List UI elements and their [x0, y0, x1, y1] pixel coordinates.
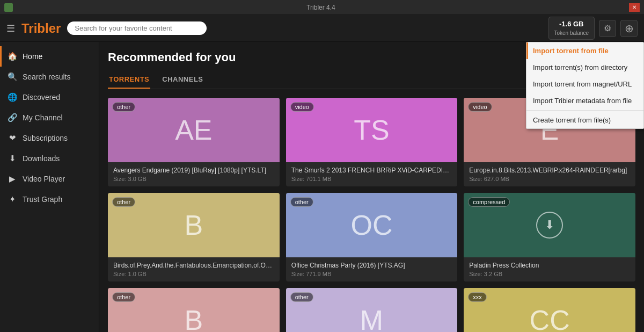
dropdown-item-import-metadata[interactable]: Import Tribler metadata from file	[526, 92, 643, 109]
card-size: Size: 1.0 GB	[113, 271, 274, 277]
content-grid: other AE Avengers Endgame (2019) [BluRay…	[108, 98, 635, 332]
sidebar-label-mychannel: My Channel	[23, 113, 63, 122]
sidebar-item-videoplayer[interactable]: ▶Video Player	[0, 169, 99, 189]
card-thumbnail: other OC	[286, 193, 458, 257]
card-size: Size: 701.1 MB	[291, 176, 452, 182]
tab-channels[interactable]: CHANNELS	[161, 72, 204, 89]
card-title: Avengers Endgame (2019) [BluRay] [1080p]…	[113, 167, 274, 174]
content-card-card-1[interactable]: other AE Avengers Endgame (2019) [BluRay…	[108, 98, 280, 186]
content-card-card-7[interactable]: other B Bloodshot (2020) [1080p] [BluRay…	[108, 288, 280, 332]
content-card-card-5[interactable]: other OC Office Christmas Party (2016) […	[286, 193, 458, 282]
card-size: Size: 771.9 MB	[291, 271, 452, 277]
card-body: Birds.of.Prey.And.the.Fantabulous.Emanci…	[108, 257, 280, 282]
thumb-letter: OC	[350, 209, 392, 241]
logo: Tribler	[21, 21, 61, 36]
thumb-letter: AE	[175, 114, 212, 146]
card-badge: other	[112, 197, 135, 207]
dropdown-item-create-torrent[interactable]: Create torrent from file(s)	[526, 112, 643, 128]
card-thumbnail: other B	[108, 288, 280, 332]
tab-torrents[interactable]: TORRENTS	[108, 72, 150, 89]
discovered-icon: 🌐	[8, 92, 17, 102]
card-body: Paladin Press Collection Size: 3.2 GB	[464, 257, 635, 282]
card-thumbnail: other M	[286, 288, 458, 332]
search-input[interactable]	[67, 21, 207, 35]
app-icon	[4, 3, 13, 12]
sidebar-label-discovered: Discovered	[23, 93, 60, 102]
main-content: Recommended for you TORRENTSCHANNELS oth…	[99, 42, 644, 332]
trustgraph-icon: ✦	[8, 194, 17, 204]
sidebar-item-downloads[interactable]: ⬇Downloads	[0, 148, 99, 169]
thumb-letter: B	[184, 209, 203, 241]
card-title: Paladin Press Collection	[469, 262, 630, 269]
content-card-card-9[interactable]: xxx CC Cute Chinese girls likes taking n…	[464, 288, 635, 332]
token-label: Token balance	[554, 30, 589, 37]
sidebar-label-search: Search results	[23, 73, 70, 81]
card-badge: xxx	[468, 292, 487, 302]
content-card-card-2[interactable]: video TS The Smurfs 2 2013 FRENCH BRRiP …	[286, 98, 458, 186]
titlebar-title: Tribler 4.4	[13, 4, 629, 11]
card-title: Europe.in.8.Bits.2013.WEBRIP.x264-RAINDE…	[469, 167, 630, 174]
download-icon: ⬇	[536, 212, 563, 239]
settings-button[interactable]: ⚙	[599, 20, 616, 37]
sidebar-item-mychannel[interactable]: 🔗My Channel	[0, 107, 99, 128]
card-badge: other	[290, 197, 313, 207]
thumb-letter: B	[184, 304, 203, 332]
search-icon: 🔍	[8, 72, 17, 82]
card-body: Office Christmas Party (2016) [YTS.AG] S…	[286, 257, 458, 282]
header: ☰ Tribler -1.6 GB Token balance ⚙ ⊕	[0, 15, 644, 42]
card-title: Office Christmas Party (2016) [YTS.AG]	[291, 262, 452, 269]
hamburger-icon[interactable]: ☰	[6, 23, 15, 34]
home-icon: 🏠	[8, 52, 17, 61]
card-size: Size: 627.0 MB	[469, 176, 630, 182]
card-thumbnail: compressed ⬇	[464, 193, 635, 257]
sidebar-label-videoplayer: Video Player	[23, 175, 65, 183]
card-badge: other	[112, 102, 135, 112]
add-button[interactable]: ⊕	[620, 20, 638, 37]
card-badge: video	[290, 102, 314, 112]
card-thumbnail: other B	[108, 193, 280, 257]
card-thumbnail: xxx CC	[464, 288, 635, 332]
card-title: The Smurfs 2 2013 FRENCH BRRiP XViD-CARP…	[291, 167, 452, 174]
card-body: Avengers Endgame (2019) [BluRay] [1080p]…	[108, 162, 280, 186]
thumb-letter: M	[360, 304, 383, 332]
sidebar-label-trustgraph: Trust Graph	[23, 195, 62, 204]
thumb-letter: CC	[530, 304, 570, 332]
card-badge: other	[290, 292, 313, 302]
card-body: Europe.in.8.Bits.2013.WEBRIP.x264-RAINDE…	[464, 162, 635, 186]
content-card-card-8[interactable]: other M Midway (2019) [1080p] [BluRay] […	[286, 288, 458, 332]
window-controls: ✕	[629, 3, 640, 12]
mychannel-icon: 🔗	[8, 113, 17, 122]
subscriptions-icon: ❤	[8, 133, 17, 143]
dropdown-item-import-file[interactable]: Import torrent from file	[526, 42, 643, 59]
header-right: -1.6 GB Token balance ⚙ ⊕	[548, 17, 638, 39]
close-button[interactable]: ✕	[629, 3, 640, 12]
sidebar-label-home: Home	[23, 52, 42, 61]
card-thumbnail: video TS	[286, 98, 458, 162]
card-title: Birds.of.Prey.And.the.Fantabulous.Emanci…	[113, 262, 274, 269]
dropdown-item-import-dir[interactable]: Import torrent(s) from directory	[526, 59, 643, 76]
sidebar-item-discovered[interactable]: 🌐Discovered	[0, 87, 99, 107]
sidebar-item-trustgraph[interactable]: ✦Trust Graph	[0, 189, 99, 210]
card-badge: video	[468, 102, 492, 112]
sidebar-label-downloads: Downloads	[23, 154, 60, 163]
token-amount: -1.6 GB	[554, 19, 589, 29]
content-card-card-4[interactable]: other B Birds.of.Prey.And.the.Fantabulou…	[108, 193, 280, 282]
sidebar-item-search[interactable]: 🔍Search results	[0, 67, 99, 87]
dropdown-divider	[526, 110, 643, 111]
card-badge: compressed	[468, 197, 510, 207]
sidebar: 🏠Home🔍Search results🌐Discovered🔗My Chann…	[0, 42, 99, 332]
thumb-letter: TS	[354, 114, 389, 146]
downloads-icon: ⬇	[8, 154, 17, 163]
videoplayer-icon: ▶	[8, 174, 17, 184]
card-body: The Smurfs 2 2013 FRENCH BRRiP XViD-CARP…	[286, 162, 458, 186]
app-body: 🏠Home🔍Search results🌐Discovered🔗My Chann…	[0, 42, 644, 332]
sidebar-label-subscriptions: Subscriptions	[23, 134, 68, 142]
titlebar: Tribler 4.4 ✕	[0, 0, 644, 15]
sidebar-item-subscriptions[interactable]: ❤Subscriptions	[0, 128, 99, 148]
dropdown-item-import-magnet[interactable]: Import torrent from magnet/URL	[526, 76, 643, 92]
content-card-card-6[interactable]: compressed ⬇ Paladin Press Collection Si…	[464, 193, 635, 282]
card-thumbnail: other AE	[108, 98, 280, 162]
sidebar-item-home[interactable]: 🏠Home	[0, 46, 99, 67]
token-balance: -1.6 GB Token balance	[548, 17, 595, 39]
card-size: Size: 3.0 GB	[113, 176, 274, 182]
